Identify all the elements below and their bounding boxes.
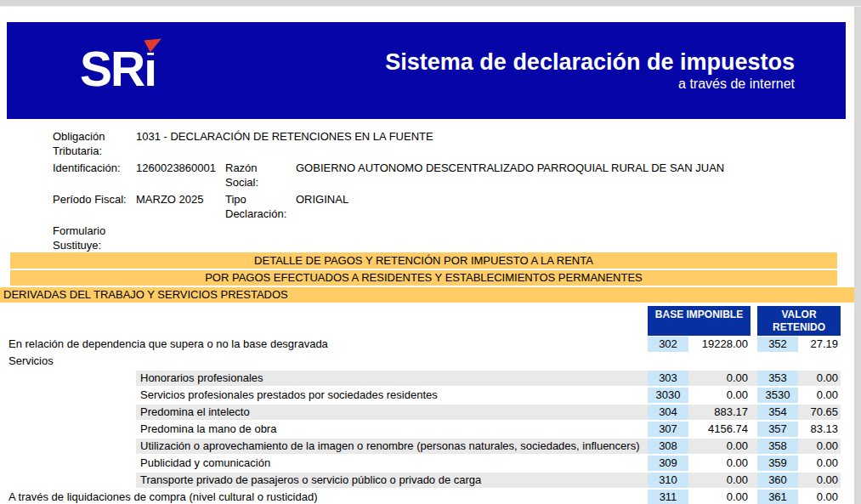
column-gap [751, 388, 757, 405]
retained-value-cell: 27.19 [798, 337, 841, 354]
retained-value-cell: 0.00 [798, 371, 841, 388]
retained-value-cell: 0.00 [798, 490, 841, 504]
table-body: En relación de dependencia que supera o … [0, 337, 841, 504]
retained-code-cell: 3530 [757, 388, 798, 405]
base-value-cell: 4156.74 [688, 422, 751, 439]
base-value-cell: 0.00 [688, 490, 751, 504]
base-code-cell: 302 [648, 337, 688, 354]
base-value-cell: 0.00 [688, 473, 751, 490]
base-code-cell: 307 [648, 422, 688, 439]
section-band-pagos-residentes: POR PAGOS EFECTUADOS A RESIDENTES Y ESTA… [10, 270, 837, 286]
field-value-identificacion: 1260023860001 [136, 161, 225, 190]
base-code-cell: 308 [648, 439, 688, 456]
retained-code-cell: 361 [757, 490, 798, 504]
retained-value-cell: 0.00 [798, 473, 841, 490]
app-subtitle: a través de internet [385, 76, 795, 92]
retained-code-cell: 352 [757, 337, 798, 354]
section-band-derivadas-trabajo: DERIVADAS DEL TRABAJO Y SERVICIOS PRESTA… [0, 287, 854, 303]
row-label: A través de liquidaciones de compra (niv… [0, 490, 648, 504]
field-value-periodo-fiscal: MARZO 2025 [136, 192, 225, 221]
retained-value-cell: 0.00 [798, 439, 841, 456]
field-label-tipo-declaracion: Tipo Declaración: [225, 192, 296, 221]
column-gap [751, 422, 757, 439]
retained-code-cell: 358 [757, 439, 798, 456]
retained-code-cell: 357 [757, 422, 798, 439]
base-code-cell [648, 354, 688, 371]
row-label: Servicios profesionales prestados por so… [0, 388, 648, 405]
retained-code-cell: 359 [757, 456, 798, 473]
row-label: Publicidad y comunicación [0, 456, 648, 473]
table-row: Servicios profesionales prestados por so… [0, 388, 841, 405]
base-code-cell: 304 [648, 405, 688, 422]
column-gap [751, 371, 757, 388]
table-row: Transporte privado de pasajeros o servic… [0, 473, 841, 490]
base-code-cell: 3030 [648, 388, 688, 405]
base-value-cell [688, 354, 751, 371]
table-row: Servicios [0, 354, 841, 371]
row-label: Servicios [0, 354, 648, 371]
base-value-cell: 19228.00 [688, 337, 751, 354]
retained-code-cell [757, 354, 798, 371]
row-label: Honorarios profesionales [0, 371, 648, 388]
row-label: Transporte privado de pasajeros o servic… [0, 473, 648, 490]
retained-value-cell: 70.65 [798, 405, 841, 422]
app-title: Sistema de declaración de impuestos [385, 48, 795, 76]
section-band-detalle-pagos: DETALLE DE PAGOS Y RETENCIÓN POR IMPUEST… [10, 252, 837, 269]
column-header-base-imponible: BASE IMPONIBLE [648, 306, 751, 336]
field-value-obligacion: 1031 - DECLARACIÓN DE RETENCIONES EN LA … [136, 129, 827, 158]
retained-value-cell: 0.00 [798, 388, 841, 405]
sri-declaration-page: SRi Sistema de declaración de impuestos … [0, 0, 861, 504]
base-value-cell: 0.00 [688, 456, 751, 473]
retained-code-cell: 353 [757, 371, 798, 388]
table-row: Publicidad y comunicación3090.003590.00 [0, 456, 841, 473]
column-gap [751, 456, 757, 473]
base-value-cell: 0.00 [688, 371, 751, 388]
table-row: Honorarios profesionales3030.003530.00 [0, 371, 841, 388]
field-label-obligacion: Obligación Tributaria: [53, 129, 136, 158]
field-label-formulario-sustituye: Formulario Sustituye: [53, 224, 136, 252]
row-label: Predomina el intelecto [0, 405, 648, 422]
row-label: Utilización o aprovechamiento de la imag… [0, 439, 648, 456]
base-code-cell: 310 [648, 473, 688, 490]
retained-value-cell [798, 354, 841, 371]
field-value-tipo-declaracion: ORIGINAL [296, 192, 827, 221]
table-row: En relación de dependencia que supera o … [0, 337, 841, 354]
column-gap [751, 405, 757, 422]
base-value-cell: 0.00 [688, 388, 751, 405]
retained-value-cell: 83.13 [798, 422, 841, 439]
row-label: Predomina la mano de obra [0, 422, 648, 439]
base-value-cell: 0.00 [688, 439, 751, 456]
field-value-razon-social: GOBIERNO AUTONOMO DESCENTRALIZADO PARROQ… [296, 161, 827, 190]
retained-code-cell: 360 [757, 473, 798, 490]
table-header: BASE IMPONIBLE VALOR RETENIDO [0, 306, 841, 336]
app-banner: SRi Sistema de declaración de impuestos … [7, 22, 846, 119]
column-gap [751, 490, 757, 504]
sri-logo: SRi [80, 37, 156, 100]
column-header-valor-retenido: VALOR RETENIDO [757, 306, 841, 336]
declaration-metadata: Obligación Tributaria: 1031 - DECLARACIÓ… [53, 129, 827, 252]
column-gap [751, 439, 757, 456]
column-gap [751, 473, 757, 490]
field-label-periodo-fiscal: Período Fiscal: [53, 192, 136, 221]
retained-value-cell: 0.00 [798, 456, 841, 473]
base-value-cell: 883.17 [688, 405, 751, 422]
base-code-cell: 303 [648, 371, 688, 388]
column-gap [751, 337, 757, 354]
table-header-spacer [0, 306, 648, 336]
table-row: A través de liquidaciones de compra (niv… [0, 490, 841, 504]
app-title-block: Sistema de declaración de impuestos a tr… [385, 48, 795, 92]
base-code-cell: 311 [648, 490, 688, 504]
table-row: Utilización o aprovechamiento de la imag… [0, 439, 841, 456]
field-label-identificacion: Identificación: [53, 161, 136, 190]
retained-code-cell: 354 [757, 405, 798, 422]
base-code-cell: 309 [648, 456, 688, 473]
table-row: Predomina la mano de obra3074156.7435783… [0, 422, 841, 439]
table-row: Predomina el intelecto304883.1735470.65 [0, 405, 841, 422]
top-gutter [0, 0, 861, 7]
field-label-razon-social: Razón Social: [225, 161, 296, 190]
right-gutter [854, 7, 861, 504]
field-value-formulario-sustituye [136, 224, 827, 252]
column-gap [751, 354, 757, 371]
row-label: En relación de dependencia que supera o … [0, 337, 648, 354]
